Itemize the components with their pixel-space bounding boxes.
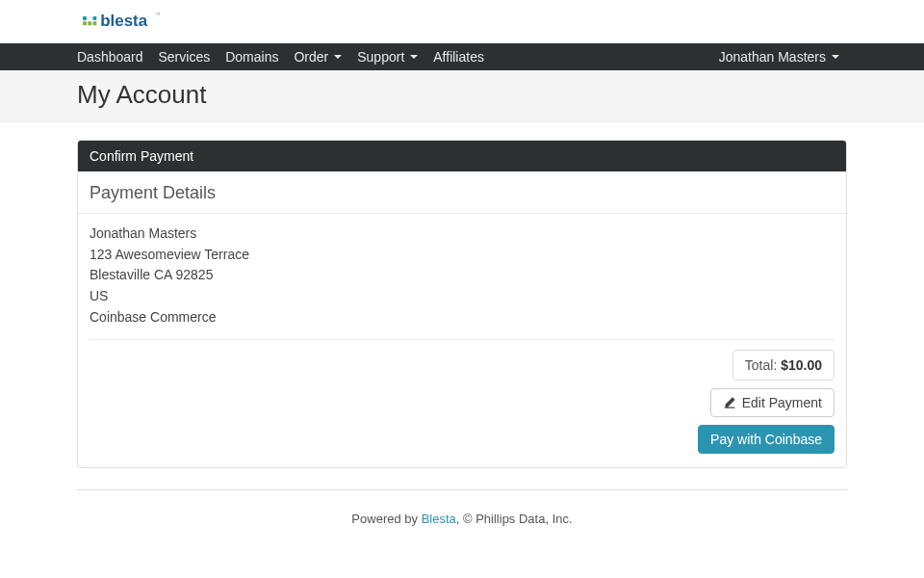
payer-street: 123 Awesomeview Terrace: [90, 245, 834, 266]
nav-domains[interactable]: Domains: [218, 43, 286, 70]
footer: Powered by Blesta, © Phillips Data, Inc.: [77, 490, 847, 526]
svg-rect-0: [83, 21, 87, 25]
nav-dashboard[interactable]: Dashboard: [77, 43, 151, 70]
nav-user-menu[interactable]: Jonathan Masters: [711, 43, 847, 70]
chevron-down-icon: [832, 55, 839, 59]
edit-icon: [723, 396, 736, 409]
nav-label: Services: [159, 49, 211, 65]
nav-label: Support: [357, 49, 404, 65]
divider: [90, 339, 834, 340]
footer-link[interactable]: Blesta: [422, 512, 456, 526]
logo[interactable]: blesta ™: [77, 8, 192, 33]
svg-text:™: ™: [155, 12, 160, 17]
nav-label: Affiliates: [433, 49, 484, 65]
confirm-payment-card: Confirm Payment Payment Details Jonathan…: [77, 140, 847, 468]
svg-rect-3: [83, 16, 87, 20]
payment-method: Coinbase Commerce: [90, 307, 834, 328]
total-label: Total:: [745, 357, 777, 373]
edit-payment-label: Edit Payment: [742, 395, 822, 410]
card-header: Confirm Payment: [78, 141, 846, 171]
total-amount: $10.00: [781, 357, 822, 373]
nav-support[interactable]: Support: [349, 43, 425, 70]
payer-country: US: [90, 286, 834, 307]
svg-text:blesta: blesta: [100, 12, 147, 30]
nav-label: Dashboard: [77, 49, 143, 65]
nav-order[interactable]: Order: [286, 43, 349, 70]
footer-prefix: Powered by: [351, 512, 421, 526]
nav-label: Order: [294, 49, 328, 65]
pay-with-coinbase-button[interactable]: Pay with Coinbase: [698, 425, 834, 454]
card-section-title: Payment Details: [78, 171, 846, 214]
nav-label: Domains: [225, 49, 278, 65]
svg-rect-1: [88, 21, 91, 25]
nav-affiliates[interactable]: Affiliates: [425, 43, 492, 70]
payer-city-line: Blestaville CA 92825: [90, 265, 834, 286]
footer-suffix: , © Phillips Data, Inc.: [456, 512, 573, 526]
svg-rect-4: [92, 16, 96, 20]
chevron-down-icon: [334, 55, 342, 59]
page-title: My Account: [77, 70, 847, 121]
nav-user-label: Jonathan Masters: [719, 49, 826, 65]
page-header: My Account: [0, 70, 924, 122]
nav-services[interactable]: Services: [151, 43, 218, 70]
payer-name: Jonathan Masters: [90, 223, 834, 245]
svg-rect-2: [92, 21, 96, 25]
total-box: Total: $10.00: [732, 350, 834, 381]
pay-button-label: Pay with Coinbase: [710, 432, 822, 447]
chevron-down-icon: [410, 55, 418, 59]
edit-payment-button[interactable]: Edit Payment: [710, 388, 834, 417]
navbar: Dashboard Services Domains Order Support…: [0, 43, 924, 70]
